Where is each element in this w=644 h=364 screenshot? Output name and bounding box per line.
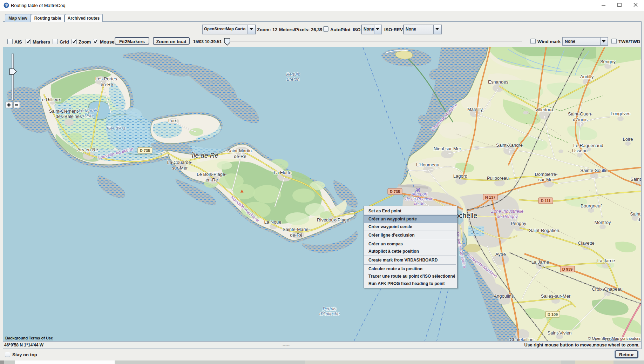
svg-text:Fier d'Ars: Fier d'Ars — [107, 126, 125, 131]
svg-text:de Périgny: de Périgny — [497, 214, 518, 219]
svg-text:Background Terms of Use: Background Terms of Use — [5, 336, 53, 340]
svg-text:de-Ré: de-Ré — [234, 154, 246, 159]
svg-text:Usseau: Usseau — [572, 148, 588, 153]
svg-text:en-Ré: en-Ré — [101, 82, 113, 87]
svg-text:Ars-en-Ré: Ars-en-Ré — [77, 147, 98, 152]
svg-text:Île de: Île de — [414, 201, 425, 206]
svg-text:Clavette: Clavette — [578, 240, 595, 246]
svg-text:© OpenStreetMap contributors: © OpenStreetMap contributors — [588, 336, 640, 340]
svg-text:D 735: D 735 — [390, 190, 400, 194]
svg-text:Le Bois-Plage-: Le Bois-Plage- — [197, 172, 226, 177]
svg-text:La Couarde-: La Couarde- — [167, 160, 192, 165]
svg-text:Le Gillieux: Le Gillieux — [40, 97, 61, 102]
svg-text:L'Houmeau: L'Houmeau — [416, 162, 439, 167]
svg-text:Esnandes: Esnandes — [488, 79, 508, 85]
svg-text:Angoulins: Angoulins — [494, 293, 514, 299]
svg-text:Périgny: Périgny — [511, 221, 527, 226]
svg-text:Loix: Loix — [168, 118, 177, 123]
svg-text:Zone Industrielle: Zone Industrielle — [491, 209, 523, 214]
svg-text:Croix-Chapeau: Croix-Chapeau — [592, 286, 622, 292]
svg-text:Rivedoux-Plage: Rivedoux-Plage — [317, 217, 349, 223]
svg-text:Salles-sur-Mer: Salles-sur-Mer — [541, 293, 571, 299]
svg-text:Nieul-sur-Mer: Nieul-sur-Mer — [434, 146, 461, 151]
svg-text:Andilly: Andilly — [580, 74, 594, 79]
svg-text:Saint-Martin-: Saint-Martin- — [227, 148, 253, 153]
svg-text:sur-Mer: sur-Mer — [172, 165, 188, 171]
svg-text:d'Antioche: d'Antioche — [319, 311, 340, 316]
svg-text:Marsilly: Marsilly — [467, 107, 483, 112]
svg-text:Sainte-Marie-: Sainte-Marie- — [283, 227, 310, 232]
svg-text:Le Raguenaud: Le Raguenaud — [573, 143, 603, 148]
svg-text:Loiré: Loiré — [623, 137, 633, 142]
svg-text:Bourgneuf: Bourgneuf — [581, 203, 602, 209]
svg-text:d'Éloi: d'Éloi — [83, 113, 94, 118]
svg-text:Sainte-Soulle: Sainte-Soulle — [580, 168, 607, 173]
svg-text:de-Ré: de-Ré — [290, 232, 302, 238]
svg-text:N 137: N 137 — [485, 195, 495, 199]
svg-text:Le Marais: Le Marais — [79, 108, 98, 113]
svg-text:Breton: Breton — [287, 77, 300, 82]
svg-text:des-Baleines: des-Baleines — [55, 114, 82, 119]
svg-text:Villedoux: Villedoux — [535, 107, 554, 112]
svg-text:Pertuis: Pertuis — [323, 306, 337, 311]
svg-text:D 111: D 111 — [541, 199, 550, 203]
svg-text:Île de Ré: Île de Ré — [192, 152, 218, 159]
svg-text:Aytré: Aytré — [495, 252, 506, 257]
svg-text:Lagord: Lagord — [453, 173, 467, 179]
svg-text:Montroy: Montroy — [595, 220, 611, 225]
svg-text:Saint-Vivien: Saint-Vivien — [547, 330, 571, 336]
svg-text:d'Aunis: d'Aunis — [573, 117, 588, 122]
svg-text:Puilboreau: Puilboreau — [487, 176, 509, 181]
svg-text:sur-Mer: sur-Mer — [538, 177, 554, 182]
svg-text:D 939: D 939 — [562, 267, 572, 271]
svg-text:Saint: Saint — [630, 177, 641, 182]
svg-text:La Jarrie: La Jarrie — [597, 258, 615, 263]
svg-text:en-Ré: en-Ré — [205, 177, 218, 183]
svg-text:La Flotte: La Flotte — [274, 170, 292, 175]
svg-text:Aéroport: Aéroport — [411, 192, 428, 197]
svg-text:Saint-Rogatien: Saint-Rogatien — [529, 228, 559, 233]
svg-text:Pertuis: Pertuis — [286, 72, 300, 77]
svg-text:Dompierre-: Dompierre- — [535, 172, 557, 177]
svg-text:D 109: D 109 — [548, 312, 558, 317]
svg-text:Sérigny: Sérigny — [600, 59, 616, 64]
svg-text:D 735: D 735 — [140, 148, 150, 153]
svg-text:Saint-Clément-: Saint-Clément- — [49, 108, 80, 114]
svg-text:Les Portes-: Les Portes- — [95, 76, 118, 81]
svg-text:Longèves: Longèves — [611, 111, 631, 116]
svg-text:d: d — [637, 217, 640, 222]
svg-text:Saint-Ouen-: Saint-Ouen- — [568, 111, 592, 117]
svg-text:La Noue: La Noue — [264, 219, 281, 225]
svg-text:Saint-Xandre: Saint-Xandre — [496, 143, 523, 148]
svg-text:La Jarne: La Jarne — [531, 259, 549, 265]
svg-text:de La Rochelle: de La Rochelle — [405, 197, 433, 201]
svg-text:Saint: Saint — [630, 211, 640, 217]
